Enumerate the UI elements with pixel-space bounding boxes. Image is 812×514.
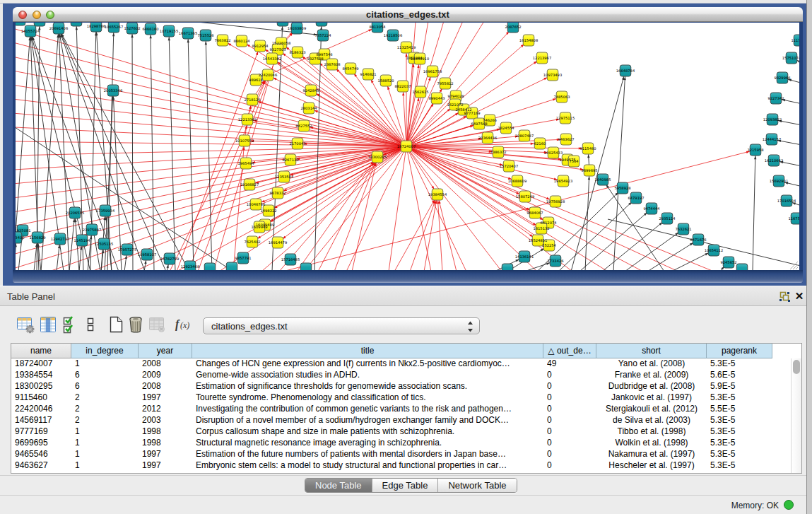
edge[interactable] (524, 263, 550, 270)
column-header-in_degree[interactable]: in_degree (71, 344, 139, 358)
table-cell[interactable]: 9465546 (15, 449, 71, 460)
table-cell[interactable]: 9777169 (15, 426, 71, 438)
table-cell[interactable]: 2 (75, 415, 139, 426)
graph-node[interactable] (71, 23, 82, 26)
table-cell[interactable]: 1 (75, 358, 139, 370)
table-cell[interactable]: 6 (75, 381, 139, 392)
table-cell[interactable]: Genome-wide association studies in ADHD. (196, 370, 543, 381)
selected-edge[interactable] (297, 162, 374, 270)
edge[interactable] (132, 34, 133, 270)
graph-node[interactable] (204, 263, 216, 270)
table-cell[interactable]: Yano et al. (2008) (596, 358, 707, 370)
table-row[interactable]: 946362711997Embryonic stem cells: a mode… (11, 460, 789, 472)
edge[interactable] (753, 156, 755, 270)
citation-network-graph[interactable]: 1405572420691406182987861065526715276026… (16, 23, 799, 270)
table-row[interactable]: 2242004622012Investigating the contribut… (11, 404, 789, 415)
table-cell[interactable]: 2012 (142, 404, 192, 415)
edge[interactable] (79, 246, 81, 270)
table-cell[interactable]: Nakamura et al. (1997) (596, 449, 707, 460)
table-cell[interactable]: 0 (547, 460, 596, 472)
table-cell[interactable]: 2009 (142, 370, 192, 381)
selected-edge[interactable] (16, 23, 406, 146)
edge[interactable] (585, 176, 589, 270)
resize-grip-icon[interactable] (789, 262, 799, 270)
table-cell[interactable]: 1 (75, 460, 139, 472)
table-cell[interactable]: Estimation of significance thresholds fo… (196, 381, 543, 392)
column-header-year[interactable]: year (139, 344, 192, 358)
table-cell[interactable]: 5.3E-5 (710, 358, 772, 370)
column-header-title[interactable]: title (192, 344, 543, 358)
graph-node[interactable] (226, 262, 237, 270)
table-cell[interactable]: Changes of HCN gene expression and I(f) … (196, 358, 543, 370)
table-cell[interactable]: 1997 (142, 460, 192, 472)
table-cell[interactable]: 5.6E-5 (710, 370, 772, 381)
selected-edge[interactable] (16, 23, 406, 146)
table-cell[interactable]: 22420046 (15, 404, 71, 415)
table-cell[interactable]: 19384554 (15, 370, 71, 381)
graph-node[interactable] (736, 264, 748, 270)
table-cell[interactable]: 2 (75, 392, 139, 404)
table-row[interactable]: 1938455462009Genome-wide association stu… (11, 370, 789, 381)
selected-edge[interactable] (16, 23, 406, 146)
edge[interactable] (625, 233, 678, 270)
tab-node-table[interactable]: Node Table (305, 479, 372, 493)
graph-node[interactable] (316, 23, 327, 26)
edge[interactable] (671, 253, 709, 270)
table-cell[interactable]: Investigating the contribution of common… (196, 404, 543, 415)
table-cell[interactable]: 5.3E-5 (710, 438, 772, 449)
table-cell[interactable]: de Silva et al. (2003) (596, 415, 707, 426)
table-cell[interactable]: 5.9E-5 (710, 381, 772, 392)
network-window-titlebar[interactable]: citations_edges.txt (13, 7, 803, 22)
table-row[interactable]: 969969511998Structural magnetic resonanc… (11, 438, 789, 449)
table-cell[interactable]: Tibbo et al. (1998) (596, 426, 707, 438)
edge[interactable] (34, 243, 37, 270)
tab-edge-table[interactable]: Edge Table (372, 479, 439, 493)
column-header-pagerank[interactable]: pagerank (707, 344, 772, 358)
edge[interactable] (188, 39, 194, 270)
table-cell[interactable]: 0 (547, 449, 596, 460)
table-cell[interactable]: Embryonic stem cells: a model to study s… (196, 460, 543, 472)
close-panel-icon[interactable]: ✕ (794, 291, 804, 301)
table-cell[interactable]: 0 (547, 415, 596, 426)
table-cell[interactable]: 5.5E-5 (710, 404, 772, 415)
table-cell[interactable]: Estimation of the future numbers of pati… (196, 449, 543, 460)
table-cell[interactable]: 0 (547, 392, 596, 404)
table-row[interactable]: 1830029562008Estimation of significance … (11, 381, 789, 392)
table-cell[interactable]: 5.3E-5 (710, 460, 772, 472)
selected-edge[interactable] (410, 200, 435, 270)
table-cell[interactable]: 1 (75, 449, 139, 460)
table-cell[interactable]: Corpus callosum shape and size in male p… (196, 426, 543, 438)
table-cell[interactable]: Franke et al. (2009) (596, 370, 707, 381)
table-cell[interactable]: 49 (547, 358, 596, 370)
tab-network-table[interactable]: Network Table (438, 479, 516, 493)
table-cell[interactable]: Jankovic et al. (1997) (596, 392, 707, 404)
float-panel-icon[interactable] (779, 291, 790, 302)
table-row[interactable]: 946554611997Estimation of the future num… (11, 449, 789, 460)
table-vertical-scrollbar[interactable] (791, 358, 801, 473)
table-select-combo[interactable]: citations_edges.txt (203, 317, 480, 334)
table-cell[interactable]: 2 (75, 404, 139, 415)
selected-edge[interactable] (283, 151, 750, 270)
table-cell[interactable]: Tourette syndrome. Phenomenology and cla… (196, 392, 543, 404)
table-cell[interactable]: 18724007 (15, 358, 71, 370)
network-canvas[interactable]: 1405572420691406182987861065526715276026… (16, 23, 799, 270)
selected-edge[interactable] (16, 23, 406, 146)
table-cell[interactable]: Hescheler et al. (1997) (596, 460, 707, 472)
table-cell[interactable]: 5.3E-5 (710, 426, 772, 438)
table-cell[interactable]: 0 (547, 404, 596, 415)
table-cell[interactable]: Structural magnetic resonance image aver… (196, 438, 543, 449)
delete-table-icon[interactable] (126, 315, 145, 334)
selected-edge[interactable] (406, 144, 534, 146)
table-cell[interactable]: 1998 (142, 438, 192, 449)
table-cell[interactable]: 2008 (142, 358, 192, 370)
table-cell[interactable]: 1 (75, 438, 139, 449)
edge[interactable] (57, 245, 59, 270)
table-cell[interactable]: Wolkin et al. (1998) (596, 438, 707, 449)
table-cell[interactable]: 6 (75, 370, 139, 381)
table-cell[interactable]: 1 (75, 426, 139, 438)
edge[interactable] (613, 76, 625, 270)
graph-node[interactable] (277, 23, 288, 26)
edge[interactable] (76, 26, 83, 270)
graph-node[interactable] (16, 23, 25, 25)
function-builder-icon[interactable]: f(x) (175, 315, 196, 334)
